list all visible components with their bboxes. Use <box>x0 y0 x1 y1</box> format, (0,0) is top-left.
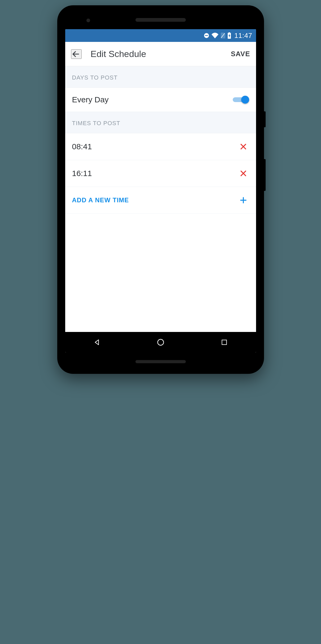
phone-speaker <box>135 360 186 363</box>
save-button[interactable]: SAVE <box>231 50 250 58</box>
every-day-label: Every Day <box>72 95 233 104</box>
square-recent-icon <box>221 339 228 346</box>
screen: 11:47 Edit Schedule SAVE DAYS TO POST Ev… <box>65 29 256 353</box>
circle-home-icon <box>157 338 165 346</box>
nav-home-button[interactable] <box>153 334 169 350</box>
android-nav-bar <box>65 332 256 353</box>
phone-frame: 11:47 Edit Schedule SAVE DAYS TO POST Ev… <box>57 5 264 374</box>
plus-icon <box>239 196 247 204</box>
phone-side-button <box>264 111 266 127</box>
add-time-label: ADD A NEW TIME <box>72 196 238 204</box>
page-title: Edit Schedule <box>91 49 231 59</box>
svg-point-14 <box>157 339 164 345</box>
svg-rect-15 <box>222 340 226 344</box>
every-day-toggle[interactable] <box>233 96 249 104</box>
close-icon <box>239 169 247 177</box>
no-sim-icon <box>221 33 225 38</box>
dnd-icon <box>204 33 209 38</box>
time-row[interactable]: 16:11 <box>65 160 256 187</box>
svg-rect-4 <box>228 32 230 33</box>
delete-time-button[interactable] <box>238 141 249 152</box>
time-value: 08:41 <box>72 142 238 151</box>
section-header-days: DAYS TO POST <box>65 66 256 88</box>
time-row[interactable]: 08:41 <box>65 133 256 160</box>
nav-recent-button[interactable] <box>216 334 232 350</box>
svg-marker-13 <box>95 340 99 345</box>
phone-side-button <box>264 159 266 191</box>
triangle-back-icon <box>93 339 101 346</box>
battery-charging-icon <box>227 32 231 39</box>
time-value: 16:11 <box>72 169 238 178</box>
back-button[interactable] <box>71 49 82 59</box>
status-bar: 11:47 <box>65 29 256 42</box>
every-day-row[interactable]: Every Day <box>65 88 256 112</box>
app-bar: Edit Schedule SAVE <box>65 42 256 66</box>
add-time-button[interactable] <box>238 194 249 206</box>
toggle-thumb <box>241 96 249 104</box>
close-icon <box>239 143 247 151</box>
svg-rect-1 <box>205 35 208 36</box>
status-clock: 11:47 <box>234 32 252 40</box>
content: DAYS TO POST Every Day TIMES TO POST 08:… <box>65 66 256 332</box>
arrow-left-icon <box>72 50 80 58</box>
section-header-times: TIMES TO POST <box>65 112 256 133</box>
delete-time-button[interactable] <box>238 168 249 179</box>
add-time-row[interactable]: ADD A NEW TIME <box>65 187 256 214</box>
nav-back-button[interactable] <box>89 334 105 350</box>
wifi-icon <box>212 33 218 38</box>
